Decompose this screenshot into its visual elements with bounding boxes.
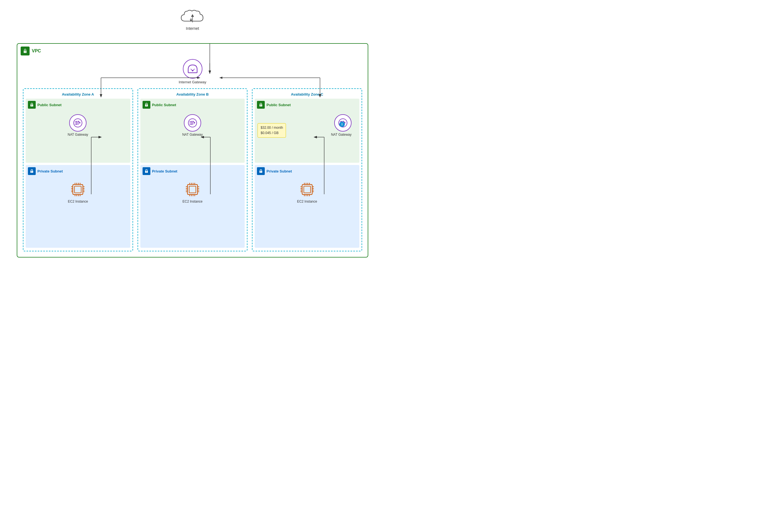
- svg-point-75: [261, 105, 261, 106]
- svg-marker-46: [191, 121, 192, 122]
- az-b-private-label-row: Private Subnet: [142, 167, 243, 175]
- svg-marker-50: [191, 124, 192, 125]
- az-c-ec2-icon: [298, 181, 316, 198]
- az-a-private-subnet: Private Subnet: [26, 165, 130, 248]
- az-c-inner: Public Subnet $32.00 / month $0.045 / GB…: [255, 99, 359, 248]
- az-c-public-subnet: Public Subnet $32.00 / month $0.045 / GB…: [255, 99, 359, 163]
- svg-rect-57: [189, 186, 196, 193]
- az-a-public-label: Public Subnet: [37, 103, 62, 107]
- az-c-nat-label: NAT Gateway: [331, 133, 352, 137]
- igw-section: Internet Gateway: [179, 59, 207, 84]
- az-a-nat-icon: [69, 114, 86, 132]
- az-a-private-lock-icon: [28, 167, 36, 175]
- az-c-private-label: Private Subnet: [267, 169, 292, 173]
- az-a-nat-label: NAT Gateway: [68, 133, 88, 137]
- az-b-private-subnet: Private Subnet: [140, 165, 245, 248]
- az-b-public-label-row: Public Subnet: [142, 101, 243, 109]
- svg-marker-114: [220, 77, 222, 79]
- az-b-title: Availability Zone B: [140, 92, 245, 96]
- az-c-private-label-row: Private Subnet: [257, 167, 357, 175]
- az-a-title: Availability Zone A: [26, 92, 130, 96]
- az-b-public-subnet: Public Subnet: [140, 99, 245, 163]
- az-row: Availability Zone A P: [23, 88, 362, 251]
- az-a-public-subnet: Public Subnet: [26, 99, 130, 163]
- az-c-ec2-container: EC2 Instance: [257, 181, 357, 203]
- az-a-box: Availability Zone A P: [23, 88, 133, 251]
- az-c-ec2-label: EC2 Instance: [297, 200, 317, 203]
- cost-line2: $0.045 / GB: [261, 130, 283, 136]
- az-a-nat-container: NAT Gateway: [28, 114, 128, 137]
- az-c-public-label-row: Public Subnet: [257, 101, 357, 109]
- az-a-private-label: Private Subnet: [37, 169, 63, 173]
- az-b-private-lock-icon: [142, 167, 150, 175]
- igw-label: Internet Gateway: [179, 80, 207, 84]
- az-c-public-label: Public Subnet: [267, 103, 291, 107]
- internet-section: Internet: [180, 8, 205, 31]
- svg-point-43: [146, 105, 146, 106]
- svg-rect-25: [74, 186, 81, 193]
- az-c-private-subnet: Private Subnet: [255, 165, 359, 248]
- az-a-ec2-label: EC2 Instance: [68, 200, 88, 203]
- igw-icon: [183, 59, 202, 79]
- az-a-inner: Public Subnet: [26, 99, 130, 248]
- az-c-box: Availability Zone C P: [252, 88, 362, 251]
- svg-marker-14: [76, 121, 77, 122]
- az-b-ec2-container: EC2 Instance: [142, 181, 243, 203]
- vpc-label-area: VPC: [21, 47, 41, 55]
- az-b-private-label: Private Subnet: [152, 169, 177, 173]
- az-a-private-label-row: Private Subnet: [28, 167, 128, 175]
- az-b-ec2-label: EC2 Instance: [182, 200, 203, 203]
- svg-point-87: [261, 171, 261, 172]
- vpc-label: VPC: [32, 48, 41, 54]
- svg-point-11: [31, 105, 32, 106]
- az-b-public-lock-icon: [142, 101, 150, 109]
- az-c-public-lock-icon: [257, 101, 265, 109]
- az-c-title: Availability Zone C: [255, 92, 359, 96]
- internet-label: Internet: [186, 26, 199, 31]
- svg-marker-16: [76, 122, 77, 124]
- az-a-public-label-row: Public Subnet: [28, 101, 128, 109]
- az-b-nat-container: NAT Gateway: [142, 114, 243, 137]
- az-b-nat-icon: [184, 114, 201, 132]
- az-a-ec2-container: EC2 Instance: [28, 181, 128, 203]
- svg-rect-89: [304, 186, 311, 193]
- cloud-icon: [180, 8, 205, 25]
- svg-marker-9: [191, 70, 194, 72]
- cost-tooltip: $32.00 / month $0.045 / GB: [258, 123, 286, 138]
- az-a-ec2-icon: [69, 181, 87, 198]
- diagram-container: Internet VPC: [0, 0, 385, 266]
- az-a-public-lock-icon: [28, 101, 36, 109]
- info-badge: i: [339, 122, 345, 127]
- az-b-ec2-icon: [183, 181, 202, 198]
- az-b-public-label: Public Subnet: [152, 103, 176, 107]
- svg-point-5: [25, 52, 26, 52]
- az-c-private-lock-icon: [257, 167, 265, 175]
- svg-marker-1: [191, 14, 194, 17]
- vpc-box: VPC Internet Gateway Availabil: [17, 43, 368, 258]
- svg-point-23: [31, 171, 32, 172]
- az-b-box: Availability Zone B P: [137, 88, 248, 251]
- svg-marker-18: [76, 124, 77, 125]
- az-b-nat-label: NAT Gateway: [182, 133, 203, 137]
- az-b-inner: Public Subnet: [140, 99, 245, 248]
- svg-marker-48: [191, 122, 192, 124]
- cost-line1: $32.00 / month: [261, 125, 283, 130]
- svg-point-55: [146, 171, 146, 172]
- vpc-lock-icon: [21, 47, 30, 55]
